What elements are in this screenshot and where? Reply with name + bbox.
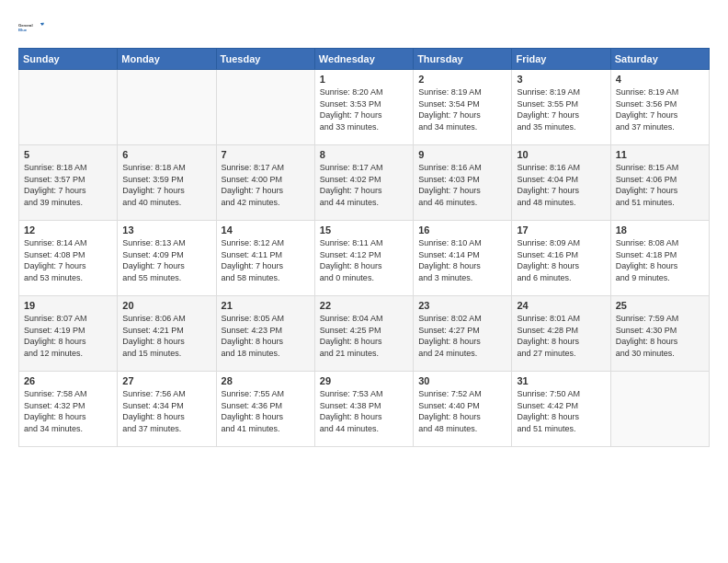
- day-info: Sunrise: 8:19 AM Sunset: 3:54 PM Dayligh…: [418, 86, 506, 132]
- day-cell-12: 12Sunrise: 8:14 AM Sunset: 4:08 PM Dayli…: [19, 221, 118, 296]
- day-number: 22: [320, 300, 408, 311]
- day-info: Sunrise: 8:02 AM Sunset: 4:27 PM Dayligh…: [418, 313, 506, 359]
- calendar-table: SundayMondayTuesdayWednesdayThursdayFrid…: [18, 48, 710, 447]
- weekday-wednesday: Wednesday: [314, 49, 413, 70]
- svg-text:Blue: Blue: [18, 28, 28, 32]
- day-cell-15: 15Sunrise: 8:11 AM Sunset: 4:12 PM Dayli…: [314, 221, 413, 296]
- day-number: 24: [517, 300, 605, 311]
- day-number: 17: [517, 224, 605, 236]
- day-number: 8: [320, 149, 408, 160]
- day-cell-27: 27Sunrise: 7:56 AM Sunset: 4:34 PM Dayli…: [118, 372, 216, 447]
- day-cell-26: 26Sunrise: 7:58 AM Sunset: 4:32 PM Dayli…: [19, 372, 118, 447]
- day-number: 3: [517, 74, 605, 85]
- day-number: 26: [24, 375, 112, 386]
- day-info: Sunrise: 7:55 AM Sunset: 4:36 PM Dayligh…: [222, 388, 310, 434]
- day-number: 18: [616, 224, 704, 236]
- day-info: Sunrise: 8:11 AM Sunset: 4:12 PM Dayligh…: [320, 237, 408, 283]
- day-number: 23: [418, 300, 506, 311]
- day-info: Sunrise: 8:09 AM Sunset: 4:16 PM Dayligh…: [517, 237, 605, 283]
- day-info: Sunrise: 8:10 AM Sunset: 4:14 PM Dayligh…: [418, 237, 506, 283]
- weekday-monday: Monday: [118, 49, 216, 70]
- day-cell-19: 19Sunrise: 8:07 AM Sunset: 4:19 PM Dayli…: [19, 296, 118, 372]
- day-number: 9: [418, 149, 506, 160]
- day-number: 2: [418, 74, 506, 85]
- day-info: Sunrise: 7:50 AM Sunset: 4:42 PM Dayligh…: [517, 388, 605, 434]
- day-cell-22: 22Sunrise: 8:04 AM Sunset: 4:25 PM Dayli…: [314, 296, 413, 372]
- day-info: Sunrise: 7:59 AM Sunset: 4:30 PM Dayligh…: [616, 313, 704, 359]
- day-cell-11: 11Sunrise: 8:15 AM Sunset: 4:06 PM Dayli…: [610, 145, 709, 221]
- day-cell-13: 13Sunrise: 8:13 AM Sunset: 4:09 PM Dayli…: [118, 221, 216, 296]
- day-number: 27: [122, 375, 210, 386]
- week-row-0: 1Sunrise: 8:20 AM Sunset: 3:53 PM Daylig…: [19, 70, 710, 145]
- day-cell-3: 3Sunrise: 8:19 AM Sunset: 3:55 PM Daylig…: [512, 70, 610, 145]
- day-number: 13: [122, 224, 210, 236]
- day-info: Sunrise: 8:13 AM Sunset: 4:09 PM Dayligh…: [122, 237, 210, 283]
- day-number: 14: [222, 224, 310, 236]
- day-number: 20: [122, 300, 210, 311]
- logo: General Blue: [18, 15, 44, 40]
- empty-cell: [118, 70, 216, 145]
- day-info: Sunrise: 8:20 AM Sunset: 3:53 PM Dayligh…: [320, 86, 408, 132]
- day-info: Sunrise: 8:01 AM Sunset: 4:28 PM Dayligh…: [517, 313, 605, 359]
- page: General Blue SundayMondayTuesdayWednesda…: [0, 0, 728, 563]
- day-cell-30: 30Sunrise: 7:52 AM Sunset: 4:40 PM Dayli…: [414, 372, 512, 447]
- day-cell-4: 4Sunrise: 8:19 AM Sunset: 3:56 PM Daylig…: [610, 70, 709, 145]
- day-cell-23: 23Sunrise: 8:02 AM Sunset: 4:27 PM Dayli…: [414, 296, 512, 372]
- week-row-2: 12Sunrise: 8:14 AM Sunset: 4:08 PM Dayli…: [19, 221, 710, 296]
- day-number: 19: [24, 300, 112, 311]
- empty-cell: [216, 70, 314, 145]
- day-info: Sunrise: 8:12 AM Sunset: 4:11 PM Dayligh…: [222, 237, 310, 283]
- day-info: Sunrise: 8:15 AM Sunset: 4:06 PM Dayligh…: [616, 162, 704, 208]
- weekday-tuesday: Tuesday: [216, 49, 314, 70]
- day-number: 7: [222, 149, 310, 160]
- weekday-saturday: Saturday: [610, 49, 709, 70]
- day-info: Sunrise: 8:17 AM Sunset: 4:00 PM Dayligh…: [222, 162, 310, 208]
- week-row-4: 26Sunrise: 7:58 AM Sunset: 4:32 PM Dayli…: [19, 372, 710, 447]
- day-cell-1: 1Sunrise: 8:20 AM Sunset: 3:53 PM Daylig…: [314, 70, 413, 145]
- day-number: 1: [320, 74, 408, 85]
- day-number: 5: [24, 149, 112, 160]
- day-info: Sunrise: 7:53 AM Sunset: 4:38 PM Dayligh…: [320, 388, 408, 434]
- day-info: Sunrise: 7:52 AM Sunset: 4:40 PM Dayligh…: [418, 388, 506, 434]
- weekday-header-row: SundayMondayTuesdayWednesdayThursdayFrid…: [19, 49, 710, 70]
- day-number: 21: [222, 300, 310, 311]
- day-info: Sunrise: 8:18 AM Sunset: 3:59 PM Dayligh…: [122, 162, 210, 208]
- day-number: 28: [222, 375, 310, 386]
- day-cell-8: 8Sunrise: 8:17 AM Sunset: 4:02 PM Daylig…: [314, 145, 413, 221]
- day-number: 10: [517, 149, 605, 160]
- day-info: Sunrise: 8:07 AM Sunset: 4:19 PM Dayligh…: [24, 313, 112, 359]
- day-number: 25: [616, 300, 704, 311]
- day-info: Sunrise: 8:16 AM Sunset: 4:04 PM Dayligh…: [517, 162, 605, 208]
- week-row-1: 5Sunrise: 8:18 AM Sunset: 3:57 PM Daylig…: [19, 145, 710, 221]
- day-cell-9: 9Sunrise: 8:16 AM Sunset: 4:03 PM Daylig…: [414, 145, 512, 221]
- weekday-friday: Friday: [512, 49, 610, 70]
- day-number: 4: [616, 74, 704, 85]
- weekday-sunday: Sunday: [19, 49, 118, 70]
- day-number: 6: [122, 149, 210, 160]
- day-cell-28: 28Sunrise: 7:55 AM Sunset: 4:36 PM Dayli…: [216, 372, 314, 447]
- day-number: 12: [24, 224, 112, 236]
- day-number: 16: [418, 224, 506, 236]
- day-info: Sunrise: 7:58 AM Sunset: 4:32 PM Dayligh…: [24, 388, 112, 434]
- day-cell-25: 25Sunrise: 7:59 AM Sunset: 4:30 PM Dayli…: [610, 296, 709, 372]
- day-number: 11: [616, 149, 704, 160]
- day-number: 30: [418, 375, 506, 386]
- day-info: Sunrise: 8:06 AM Sunset: 4:21 PM Dayligh…: [122, 313, 210, 359]
- day-info: Sunrise: 8:17 AM Sunset: 4:02 PM Dayligh…: [320, 162, 408, 208]
- day-number: 31: [517, 375, 605, 386]
- day-number: 29: [320, 375, 408, 386]
- day-cell-14: 14Sunrise: 8:12 AM Sunset: 4:11 PM Dayli…: [216, 221, 314, 296]
- day-number: 15: [320, 224, 408, 236]
- day-cell-2: 2Sunrise: 8:19 AM Sunset: 3:54 PM Daylig…: [414, 70, 512, 145]
- week-row-3: 19Sunrise: 8:07 AM Sunset: 4:19 PM Dayli…: [19, 296, 710, 372]
- weekday-thursday: Thursday: [414, 49, 512, 70]
- day-info: Sunrise: 8:05 AM Sunset: 4:23 PM Dayligh…: [222, 313, 310, 359]
- day-info: Sunrise: 8:16 AM Sunset: 4:03 PM Dayligh…: [418, 162, 506, 208]
- day-info: Sunrise: 8:08 AM Sunset: 4:18 PM Dayligh…: [616, 237, 704, 283]
- day-cell-5: 5Sunrise: 8:18 AM Sunset: 3:57 PM Daylig…: [19, 145, 118, 221]
- logo-icon: General Blue: [18, 15, 44, 40]
- day-cell-21: 21Sunrise: 8:05 AM Sunset: 4:23 PM Dayli…: [216, 296, 314, 372]
- day-info: Sunrise: 8:18 AM Sunset: 3:57 PM Dayligh…: [24, 162, 112, 208]
- day-cell-17: 17Sunrise: 8:09 AM Sunset: 4:16 PM Dayli…: [512, 221, 610, 296]
- day-cell-6: 6Sunrise: 8:18 AM Sunset: 3:59 PM Daylig…: [118, 145, 216, 221]
